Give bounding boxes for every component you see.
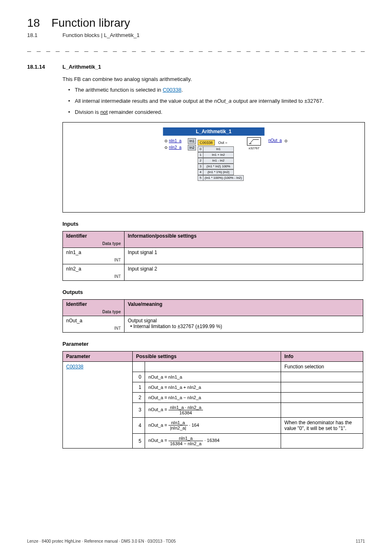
eqn-post: · 164 bbox=[188, 423, 199, 428]
bullet-3: Division is not remainder considered. bbox=[74, 109, 365, 116]
intro-paragraph: This FB can combine two analog signals a… bbox=[62, 76, 365, 83]
table-row: 3 nOut_a = nIn1_a · nIn2_a16384 bbox=[63, 402, 363, 417]
cell-info-line2: • Internal limitation to ±32767 (±199.99… bbox=[128, 324, 222, 329]
table-row: 4 nOut_a = nIn1_a|nIn2_a| · 164 When the… bbox=[63, 417, 363, 433]
lut-key: 0 bbox=[198, 146, 203, 152]
frac-den: 16384 bbox=[168, 410, 203, 415]
table-row: C00338 Function selection bbox=[63, 361, 363, 372]
outputs-table: Identifier Data type Value/meaning nOut_… bbox=[62, 299, 363, 333]
lut-val: (In1 * 1%) |In2| bbox=[203, 169, 234, 175]
frac-num: nIn1_a bbox=[168, 436, 203, 441]
fraction: nIn1_a16384 − nIn2_a bbox=[168, 436, 203, 446]
divider-dashes: _ _ _ _ _ _ _ _ _ _ _ _ _ _ _ _ _ _ _ _ … bbox=[27, 46, 365, 53]
frac-num: nIn1_a · nIn2_a bbox=[168, 405, 203, 410]
cell-eqn: nOut_a = nIn1_a − nIn2_a bbox=[148, 395, 201, 400]
bullet-3-pre: Division is bbox=[75, 109, 100, 115]
parameter-table: Parameter Possible settings Info C00338 … bbox=[62, 351, 363, 449]
link-c00338[interactable]: C00338 bbox=[163, 87, 182, 93]
bullet-3-post: remainder considered. bbox=[108, 109, 162, 115]
lut-val: In1 - In2 bbox=[203, 158, 234, 164]
lut-key: 1 bbox=[198, 152, 203, 158]
fraction: nIn1_a · nIn2_a16384 bbox=[168, 405, 203, 415]
cell-idx: 0 bbox=[133, 372, 145, 382]
bullet-list: The arithmetic function is selected in C… bbox=[68, 86, 365, 116]
th-datatype: Data type bbox=[66, 310, 121, 314]
page-footer: Lenze · 8400 protec HighLine · Reference… bbox=[27, 539, 365, 543]
lut-key: 5 bbox=[198, 175, 203, 181]
th-info: Info bbox=[281, 351, 363, 361]
frac-den: 16384 − nIn2_a bbox=[168, 441, 203, 446]
cell-idx: 1 bbox=[133, 382, 145, 392]
bullet-3-under: not bbox=[100, 109, 108, 115]
diagram-in2: nIn2_a bbox=[169, 145, 185, 150]
limiter-value: ±32767 bbox=[247, 146, 261, 150]
section-heading: 18.1.14 L_Arithmetik_1 bbox=[27, 64, 365, 70]
diagram-in1: nIn1_a bbox=[169, 139, 185, 143]
frac-den: |nIn2_a| bbox=[168, 426, 188, 430]
sub-header: 18.1 Function blocks | L_Arithmetik_1 bbox=[27, 32, 365, 38]
cell-eqn: nOut_a = nIn1_a16384 − nIn2_a · 16384 bbox=[148, 438, 219, 443]
diagram-out-label: Out = bbox=[218, 141, 227, 145]
th-settings: Possible settings bbox=[133, 351, 281, 361]
lut-key: 2 bbox=[198, 158, 203, 164]
footer-page-number: 1171 bbox=[356, 539, 365, 543]
bullet-2-post: output are internally limited to ±32767. bbox=[232, 98, 324, 104]
cell-eqn: nOut_a = nIn1_a bbox=[148, 375, 182, 379]
diagram-title: L_Arithmetik_1 bbox=[163, 127, 265, 136]
cell-eqn: nOut_a = nIn1_a + nIn2_a bbox=[148, 385, 201, 390]
cell-id: nIn2_a bbox=[66, 266, 81, 272]
section-title: L_Arithmetik_1 bbox=[62, 64, 101, 70]
lut-key: 4 bbox=[198, 169, 203, 175]
lut-val: (In1 * In2) 100% bbox=[203, 164, 234, 169]
table-row: nIn2_aINT Input signal 2 bbox=[63, 264, 363, 280]
diagram-limiter: ±32767 bbox=[247, 137, 261, 150]
col-info: Value/meaning bbox=[125, 299, 363, 316]
port-circle-icon bbox=[165, 140, 167, 142]
sub-number: 18.1 bbox=[27, 32, 51, 38]
lut-val: (In1 * 100%) (100% - In2) bbox=[203, 175, 244, 181]
page-header: 18 Function library bbox=[27, 16, 365, 30]
th-identifier: Identifier bbox=[66, 301, 87, 307]
th-parameter: Parameter bbox=[63, 351, 133, 361]
cell-info: Function selection bbox=[281, 361, 363, 372]
th-datatype: Data type bbox=[66, 241, 121, 246]
limiter-icon bbox=[247, 137, 261, 146]
bullet-2-ital: nOut_a bbox=[214, 98, 232, 104]
cell-idx: 4 bbox=[133, 417, 145, 433]
cell-eqn: nOut_a = nIn1_a · nIn2_a16384 bbox=[148, 407, 203, 412]
table-row: 0 nOut_a = nIn1_a bbox=[63, 372, 363, 382]
frac-num: nIn1_a bbox=[168, 420, 188, 426]
cell-id: nOut_a bbox=[66, 318, 82, 324]
inputs-table: Identifier Data type Information/possibl… bbox=[62, 231, 363, 281]
lut-val: In1 + In2 bbox=[203, 152, 234, 158]
bullet-2: All internal intermediate results and th… bbox=[74, 97, 365, 105]
cell-info: Input signal 2 bbox=[125, 264, 363, 280]
table-row: 1 nOut_a = nIn1_a + nIn2_a bbox=[63, 382, 363, 392]
cell-info bbox=[281, 433, 363, 448]
fraction: nIn1_a|nIn2_a| bbox=[168, 420, 188, 430]
chapter-number: 18 bbox=[27, 16, 40, 30]
diagram-output: nOut_a bbox=[268, 138, 282, 143]
block-diagram: L_Arithmetik_1 nIn1_a In1 nIn2_a In2 C00… bbox=[62, 122, 365, 213]
cell-info bbox=[281, 382, 363, 392]
table-row: 5 nOut_a = nIn1_a16384 − nIn2_a · 16384 bbox=[63, 433, 363, 448]
eqn-pre: nOut_a = bbox=[148, 407, 168, 412]
lut-key: 3 bbox=[198, 164, 203, 169]
col-identifier: Identifier Data type bbox=[63, 299, 125, 316]
diagram-in2-label: In2 bbox=[188, 145, 196, 150]
cell-info: Output signal • Internal limitation to ±… bbox=[125, 316, 363, 332]
cell-info: Input signal 1 bbox=[125, 247, 363, 264]
chapter-title: Function library bbox=[51, 16, 130, 30]
cell-info: When the denominator has the value "0", … bbox=[281, 417, 363, 433]
th-identifier: Identifier bbox=[66, 233, 87, 239]
diagram-param-tag: C00338 bbox=[198, 140, 215, 146]
diagram-inputs: nIn1_a In1 nIn2_a In2 bbox=[165, 138, 196, 151]
cell-info bbox=[281, 392, 363, 402]
cell-eqn: nOut_a = nIn1_a|nIn2_a| · 164 bbox=[148, 423, 199, 428]
section-number: 18.1.14 bbox=[27, 64, 51, 70]
cell-dtype: INT bbox=[66, 258, 121, 262]
eqn-post: · 16384 bbox=[203, 438, 219, 443]
cell-id: nIn1_a bbox=[66, 250, 81, 255]
cell-dtype: INT bbox=[66, 326, 121, 331]
link-param-code[interactable]: C00338 bbox=[66, 364, 83, 370]
